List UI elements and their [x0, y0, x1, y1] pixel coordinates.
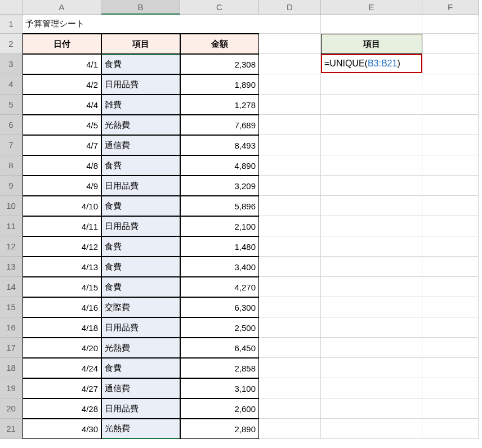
cell-blank[interactable] [321, 216, 422, 236]
cell-item[interactable]: 光熱費 [101, 419, 180, 439]
row-header-11[interactable]: 11 [0, 216, 23, 236]
cell-blank[interactable] [259, 358, 321, 378]
cell-blank[interactable] [422, 74, 479, 95]
cell-amount[interactable]: 1,480 [180, 236, 259, 257]
cell-blank[interactable] [259, 135, 321, 155]
cell-date[interactable]: 4/15 [23, 277, 101, 297]
row-header-15[interactable]: 15 [0, 297, 23, 317]
row-header-6[interactable]: 6 [0, 115, 23, 135]
cell-F3[interactable] [422, 54, 479, 74]
cell-amount[interactable]: 2,890 [180, 419, 259, 439]
cell-blank[interactable] [259, 216, 321, 236]
cell-blank[interactable] [259, 115, 321, 135]
cell-blank[interactable] [321, 95, 422, 115]
cell-blank[interactable] [422, 398, 479, 419]
spreadsheet[interactable]: A B C D E F 1 予算管理シート 2 日付 項目 金額 項目 3 4/… [0, 0, 482, 439]
cell-blank[interactable] [321, 115, 422, 135]
cell-item[interactable]: 食費 [101, 277, 180, 297]
row-header-4[interactable]: 4 [0, 74, 23, 95]
cell-amount[interactable]: 6,450 [180, 338, 259, 358]
select-all-corner[interactable] [0, 0, 23, 15]
cell-date[interactable]: 4/7 [23, 135, 101, 155]
cell-date[interactable]: 4/11 [23, 216, 101, 236]
cell-blank[interactable] [321, 74, 422, 95]
cell-item[interactable]: 食費 [101, 236, 180, 257]
cell-date[interactable]: 4/2 [23, 74, 101, 95]
cell-amount[interactable]: 7,689 [180, 115, 259, 135]
cell-blank[interactable] [321, 419, 422, 439]
cell-blank[interactable] [259, 317, 321, 338]
cell-blank[interactable] [422, 297, 479, 317]
cell-item[interactable]: 光熱費 [101, 338, 180, 358]
cell-item[interactable]: 光熱費 [101, 115, 180, 135]
col-header-A[interactable]: A [23, 0, 101, 15]
cell-item[interactable]: 通信費 [101, 378, 180, 398]
cell-amount[interactable]: 2,500 [180, 317, 259, 338]
header-amount[interactable]: 金額 [180, 34, 259, 54]
cell-blank[interactable] [259, 378, 321, 398]
row-header-9[interactable]: 9 [0, 176, 23, 196]
cell-amount[interactable]: 3,100 [180, 378, 259, 398]
cell-item[interactable]: 日用品費 [101, 398, 180, 419]
cell-blank[interactable] [321, 176, 422, 196]
cell-blank[interactable] [259, 196, 321, 216]
cell-blank[interactable] [422, 338, 479, 358]
cell-blank[interactable] [422, 317, 479, 338]
cell-F2[interactable] [422, 34, 479, 54]
row-header-18[interactable]: 18 [0, 358, 23, 378]
cell-blank[interactable] [259, 338, 321, 358]
col-header-D[interactable]: D [259, 0, 321, 15]
row-header-16[interactable]: 16 [0, 317, 23, 338]
cell-item[interactable]: 日用品費 [101, 74, 180, 95]
cell-blank[interactable] [259, 297, 321, 317]
row-header-20[interactable]: 20 [0, 398, 23, 419]
row-header-10[interactable]: 10 [0, 196, 23, 216]
cell-blank[interactable] [259, 277, 321, 297]
cell-blank[interactable] [321, 297, 422, 317]
cell-item[interactable]: 食費 [101, 155, 180, 176]
cell-blank[interactable] [422, 419, 479, 439]
cell-blank[interactable] [321, 378, 422, 398]
header-item[interactable]: 項目 [101, 34, 180, 54]
cell-D2[interactable] [259, 34, 321, 54]
cell-date[interactable]: 4/28 [23, 398, 101, 419]
cell-date[interactable]: 4/16 [23, 297, 101, 317]
row-header-21[interactable]: 21 [0, 419, 23, 439]
cell-blank[interactable] [321, 358, 422, 378]
cell-date[interactable]: 4/12 [23, 236, 101, 257]
cell-F1[interactable] [422, 15, 479, 34]
cell-item[interactable]: 雑費 [101, 95, 180, 115]
cell-amount[interactable]: 2,308 [180, 54, 259, 74]
cell-amount[interactable]: 4,270 [180, 277, 259, 297]
cell-blank[interactable] [422, 176, 479, 196]
cell-blank[interactable] [321, 196, 422, 216]
cell-item[interactable]: 食費 [101, 358, 180, 378]
cell-amount[interactable]: 2,858 [180, 358, 259, 378]
row-header-7[interactable]: 7 [0, 135, 23, 155]
cell-amount[interactable]: 5,896 [180, 196, 259, 216]
cell-date[interactable]: 4/24 [23, 358, 101, 378]
cell-date[interactable]: 4/20 [23, 338, 101, 358]
cell-blank[interactable] [321, 236, 422, 257]
cell-date[interactable]: 4/13 [23, 257, 101, 277]
row-header-14[interactable]: 14 [0, 277, 23, 297]
row-header-12[interactable]: 12 [0, 236, 23, 257]
cell-date[interactable]: 4/27 [23, 378, 101, 398]
cell-blank[interactable] [422, 236, 479, 257]
cell-amount[interactable]: 8,493 [180, 135, 259, 155]
cell-E1[interactable] [321, 15, 422, 34]
cell-item[interactable]: 通信費 [101, 135, 180, 155]
col-header-F[interactable]: F [422, 0, 479, 15]
header-item-e[interactable]: 項目 [321, 34, 422, 54]
col-header-E[interactable]: E [321, 0, 422, 15]
cell-blank[interactable] [422, 135, 479, 155]
cell-blank[interactable] [422, 277, 479, 297]
cell-amount[interactable]: 1,278 [180, 95, 259, 115]
cell-amount[interactable]: 3,400 [180, 257, 259, 277]
cell-D3[interactable] [259, 54, 321, 74]
cell-date[interactable]: 4/9 [23, 176, 101, 196]
cell-blank[interactable] [259, 155, 321, 176]
cell-item[interactable]: 日用品費 [101, 317, 180, 338]
cell-item[interactable]: 食費 [101, 196, 180, 216]
cell-item[interactable]: 交際費 [101, 297, 180, 317]
